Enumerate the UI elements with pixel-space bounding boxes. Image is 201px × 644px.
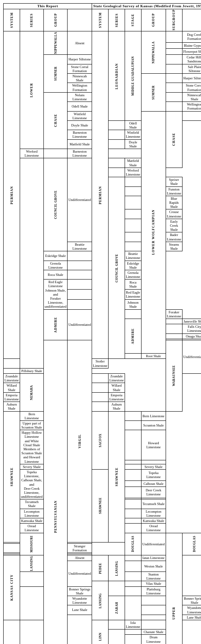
formation-vilas: Vilas Shale [141, 581, 166, 586]
subgroup-empty [166, 102, 182, 111]
group-kc-left [20, 586, 43, 620]
series-upper-right: UPPER [166, 533, 182, 644]
subgroup-empty [92, 383, 109, 392]
col-stage-right: STAGE [125, 9, 141, 31]
group-admire-left: ADMIRE [44, 309, 68, 340]
formation-bonner-right: Bonner Springs Shale [182, 596, 201, 605]
formation-undiff-kc: Undifferentiated [68, 615, 92, 644]
formation-absent-nipp: Absent [68, 31, 92, 55]
stage-sacfox: SACFOX [92, 411, 109, 469]
formation-falls-city: Falls City Limestone [182, 324, 201, 333]
subgroup-empty [125, 586, 141, 596]
subgroup-empty [125, 561, 141, 572]
formation-blaine: Blaine Gypsum [182, 42, 201, 48]
formation-undiff-wabaunsee: Undifferentiated [182, 340, 201, 373]
col-group-right: GROUP [141, 9, 166, 31]
formation-stotler: Stotler Limestone [92, 359, 109, 368]
stage-zarah: ZARAH [109, 596, 125, 620]
subgroup-empty [109, 139, 125, 149]
subgroup-empty [125, 411, 141, 420]
col-series-left: SERIES [20, 9, 43, 31]
subgroup-empty [141, 596, 166, 605]
formation-flowerpot: Flowerpot Shale [182, 48, 201, 54]
formation-odell-right: Odell Shale [125, 120, 141, 130]
formation-howard-right: Howard Limestone [141, 430, 166, 460]
subgroup-empty [109, 620, 125, 629]
group-chase-left: CHASE [44, 92, 68, 149]
col-subgroup-right: SUBGROUP [166, 9, 182, 31]
formation-odell-left: Odell Shale [68, 102, 92, 111]
series-missouri-left: MISSOURI [20, 533, 43, 555]
formation-roca-right: Roca Shale [125, 280, 141, 290]
formation-undiff-douglas: Undifferentiated [141, 533, 166, 555]
table-row: SHAWNEE Bern Limestone SACFOX SHAWNEE Be… [4, 411, 201, 420]
subgroup-empty [125, 186, 141, 196]
subgroup-empty [166, 64, 182, 73]
subgroup-empty [182, 111, 201, 120]
formation-dog-creek: Dog Creek Formation [182, 31, 201, 42]
group-lansing-right2 [109, 581, 125, 596]
group-nippewalla-right: NIPPEWALLA [141, 31, 166, 74]
subgroup-empty [109, 130, 125, 139]
subgroup-empty [92, 374, 109, 383]
formation-topeka-right: Topeka Limestone [141, 469, 166, 480]
col-series-right: SERIES [109, 9, 125, 31]
subgroup-empty [125, 464, 141, 469]
formation-iola: Iola Limestone [125, 620, 141, 629]
system-pennsylvanian-left: PENNSYLVANIAN [44, 340, 68, 644]
formation-speiser: Speiser Shale [166, 177, 182, 186]
formation-harper-right: Harper Siltstone [182, 74, 201, 83]
series-lower-left: LOWER [20, 31, 43, 149]
formation-lecompton-left: Lecompton Limestone [20, 509, 43, 518]
subgroup-empty [68, 299, 92, 309]
formation-ninnescah-right: Ninnescah Shale [182, 92, 201, 101]
formation-wyandotte-right: Wyandotte Limestone [182, 605, 201, 615]
subgroup-empty [125, 354, 141, 359]
formation-severy-right: Severy Shale [141, 464, 166, 469]
subgroup-empty [141, 615, 166, 620]
subgroup-empty [125, 460, 141, 464]
subgroup-empty [166, 55, 182, 64]
subgroup-empty [141, 605, 166, 615]
subgroup-empty [166, 92, 182, 101]
group-shawnee-right: SHAWNEE [109, 411, 125, 542]
group-linn-right: LINN [92, 620, 109, 644]
formation-wellington-left: Wellington Formation [68, 83, 92, 92]
formation-plattsburg: Plattsburg Limestone [141, 586, 166, 596]
subgroup-empty [125, 518, 141, 524]
system-permian-left: PERMIAN [4, 31, 20, 359]
series-lower-right: LOWER WOLFCAMPIAN [141, 111, 166, 354]
formation-zeandale-right: Zeandale Limestone [109, 374, 125, 383]
header-left: This Report [4, 4, 92, 9]
formation-doyle-left: Doyle Shale [68, 120, 92, 130]
col-formation-left [68, 9, 92, 31]
formation-willard-left: Willard Shale [4, 383, 20, 392]
subgroup-empty [125, 581, 141, 586]
subgroup-empty [125, 572, 141, 581]
subgroup-empty [68, 261, 92, 270]
formation-lecompton-right: Lecompton Limestone [141, 509, 166, 518]
series-lower-left2 [20, 158, 43, 368]
formation-topeka-calhoun-deer: Topeka Limestone,Calhoun Shale, andDeer … [20, 469, 43, 499]
subgroup-empty [68, 280, 92, 290]
subgroup-empty [109, 168, 125, 177]
formation-severy-left: Severy Shale [20, 464, 43, 469]
group-lansing-left: LANSING [20, 555, 43, 572]
formation-onaga: Onaga Shale [182, 333, 201, 339]
group-douglas-left: DOUGLAS [125, 533, 141, 555]
subgroup-empty [125, 420, 141, 430]
formation-kanwaka-right: Kanwaka Shale [141, 518, 166, 524]
formation-auburn-left: Auburn Shale [4, 402, 20, 411]
group-lansing2-left [20, 572, 43, 587]
subgroup-empty [125, 219, 141, 232]
formation-grenola-right: Grenola Limestone [125, 270, 141, 279]
subgroup-empty [125, 242, 141, 251]
stage-douglas-right: DOUGLAS [182, 533, 201, 555]
formation-bader: Bader Limestone [166, 232, 182, 242]
formation-tecumseh-left: Tecumseh Shale [20, 499, 43, 509]
formation-janesville: Janesville Shale [182, 319, 201, 324]
formation-empty2 [141, 460, 166, 464]
formation-happy-hollow: Happy Hollow Limestoneand White Cloud Sh… [20, 430, 43, 464]
formation-weston: Weston Shale [141, 561, 166, 572]
formation-salt-plain: Salt Plain Siltstone [182, 64, 201, 73]
